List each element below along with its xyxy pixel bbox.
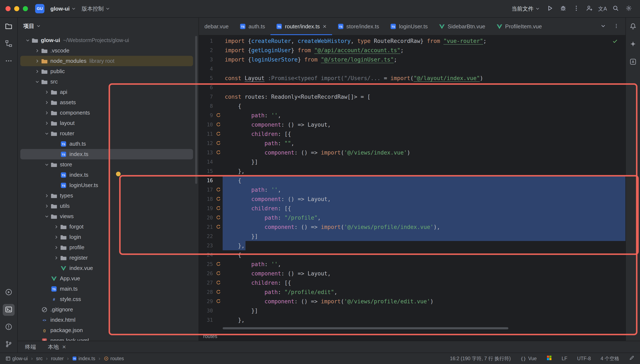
more-actions-button[interactable] (571, 3, 582, 14)
code-line-10[interactable]: 10 component: () => Layout, (199, 120, 625, 129)
indent-widget[interactable]: 4 个空格 (601, 355, 619, 362)
rerun-gutter-icon[interactable] (216, 290, 221, 294)
translate-button[interactable]: 文A (597, 3, 608, 14)
vcs-menu[interactable]: 版本控制 (79, 3, 113, 14)
tree-item-src[interactable]: src (20, 76, 193, 87)
code-line-7[interactable]: 7const routes: Readonly<RouteRecordRaw[]… (199, 92, 625, 102)
tree-item-style.css[interactable]: #style.css (20, 294, 193, 304)
tree-item-views[interactable]: views (20, 211, 193, 222)
code-line-17[interactable]: 17 path: '', (199, 185, 625, 194)
tab-auth.ts[interactable]: TSauth.ts (234, 18, 271, 35)
tab-SidebarBtn.vue[interactable]: SidebarBtn.vue (433, 18, 491, 35)
code-line-22[interactable]: 22 }] (199, 232, 625, 241)
code-line-2[interactable]: 2import {getLoginUser} from "@/api/accou… (199, 46, 625, 55)
chevron-right-icon[interactable] (43, 194, 51, 198)
tree-item-node_modules[interactable]: node_moduleslibrary root (20, 56, 193, 66)
search-everywhere-button[interactable] (610, 3, 621, 14)
run-tool-button[interactable] (3, 287, 15, 298)
tab-ProfileItem.vue[interactable]: ProfileItem.vue (491, 18, 547, 35)
code-line-25[interactable]: 25 path: '', (199, 260, 625, 269)
code-editor[interactable]: 1import {createRouter, createWebHistory,… (199, 36, 625, 332)
chevron-right-icon[interactable] (53, 256, 60, 260)
chevron-right-icon[interactable] (34, 69, 41, 74)
chevron-right-icon[interactable] (43, 204, 51, 208)
tree-item-profile[interactable]: profile (20, 242, 193, 252)
code-line-12[interactable]: 12 path: "", (199, 139, 625, 148)
tree-item-loginUser.ts[interactable]: TSloginUser.ts (20, 180, 193, 190)
status-path-routes[interactable]: routes (104, 356, 124, 362)
code-line-13[interactable]: 13 component: () => import('@/views/inde… (199, 148, 625, 157)
settings-button[interactable] (623, 3, 634, 14)
close-tab-icon[interactable]: × (323, 23, 327, 30)
tree-item-index.html[interactable]: <>index.html (20, 315, 193, 325)
plugin-grid-widget[interactable] (546, 355, 552, 362)
debug-button[interactable] (557, 3, 569, 14)
chevron-down-icon[interactable] (24, 38, 32, 42)
framework-widget[interactable]: {} Vue (520, 356, 537, 362)
tab-store-index.ts[interactable]: TSstore/index.ts (332, 18, 385, 35)
code-line-11[interactable]: 11 children: [{ (199, 129, 625, 139)
chevron-down-icon[interactable] (43, 214, 51, 218)
caret-position-widget[interactable]: 16:2 (190 字符, 7 行 换行符) (450, 355, 511, 362)
local-tab[interactable]: 本地 × (48, 343, 66, 351)
status-path-index.ts[interactable]: TSindex.ts (72, 356, 95, 362)
tree-item-assets[interactable]: assets (20, 97, 193, 108)
rerun-gutter-icon[interactable] (216, 262, 221, 266)
tree-item-components[interactable]: components (20, 108, 193, 118)
tree-item-utils[interactable]: utils (20, 201, 193, 211)
code-line-16[interactable]: 16 { (199, 176, 625, 185)
terminal-tool-button[interactable] (3, 304, 15, 316)
rerun-gutter-icon[interactable] (216, 196, 221, 202)
tree-item-login[interactable]: login (20, 232, 193, 242)
run-button[interactable] (544, 3, 556, 14)
project-panel-header[interactable]: 项目 (18, 18, 198, 34)
code-line-14[interactable]: 14 }] (199, 157, 625, 166)
code-line-9[interactable]: 9 path: '', (199, 111, 625, 120)
tree-item-package.json[interactable]: {}package.json (20, 325, 193, 336)
code-line-3[interactable]: 3import {loginUserStore} from "@/store/l… (199, 55, 625, 64)
rerun-gutter-icon[interactable] (216, 113, 221, 118)
chevron-right-icon[interactable] (43, 111, 51, 115)
chevron-right-icon[interactable] (53, 246, 60, 250)
code-with-me-button[interactable] (584, 3, 595, 14)
assistant-panel-button[interactable]: A (627, 57, 638, 68)
tree-item-main.ts[interactable]: TSmain.ts (20, 284, 193, 294)
chevron-right-icon[interactable] (53, 235, 60, 239)
horizontal-scrollbar[interactable] (223, 327, 508, 329)
code-line-4[interactable]: 4 (199, 64, 625, 74)
readonly-toggle[interactable] (629, 355, 634, 362)
minimize-window-button[interactable] (14, 6, 19, 11)
tree-item-types[interactable]: types (20, 190, 193, 201)
code-line-30[interactable]: 30 }] (199, 306, 625, 316)
tree-item-App.vue[interactable]: App.vue (20, 273, 193, 284)
chevron-right-icon[interactable] (43, 100, 51, 105)
status-path-router[interactable]: router (51, 356, 64, 362)
code-line-18[interactable]: 18 component: () => Layout, (199, 194, 625, 204)
rerun-gutter-icon[interactable] (216, 280, 221, 285)
tree-item-public[interactable]: public (20, 66, 193, 76)
rerun-gutter-icon[interactable] (216, 131, 221, 136)
tree-item-index.ts[interactable]: TSindex.ts (20, 149, 193, 160)
run-configuration-selector[interactable]: 当前文件 (509, 5, 543, 12)
tree-item-pnpm-lock.yaml[interactable]: pnpm-lock.yaml (20, 336, 193, 341)
code-line-23[interactable]: 23 }, (199, 241, 625, 250)
tab-options-button[interactable] (610, 21, 622, 32)
project-tool-button[interactable] (3, 21, 15, 32)
code-line-6[interactable]: 6 (199, 83, 625, 92)
rerun-gutter-icon[interactable] (216, 122, 221, 127)
code-line-29[interactable]: 29 component: () => import('@/views/prof… (199, 297, 625, 306)
tree-item-forgot[interactable]: forgot (20, 222, 193, 232)
status-path-glow-ui[interactable]: glow-ui (6, 356, 28, 362)
code-line-8[interactable]: 8 { (199, 102, 625, 111)
chevron-right-icon[interactable] (53, 225, 60, 229)
rerun-gutter-icon[interactable] (216, 150, 221, 155)
chevron-right-icon[interactable] (43, 121, 51, 125)
rerun-gutter-icon[interactable] (216, 215, 221, 220)
notifications-button[interactable] (627, 21, 638, 32)
rerun-gutter-icon[interactable] (216, 140, 221, 146)
rerun-gutter-icon[interactable] (216, 187, 221, 192)
tree-item-register[interactable]: register (20, 252, 193, 263)
chevron-down-icon[interactable] (34, 80, 41, 84)
chevron-right-icon[interactable] (34, 59, 41, 63)
editor-breadcrumb-bar[interactable]: routes (199, 332, 625, 341)
